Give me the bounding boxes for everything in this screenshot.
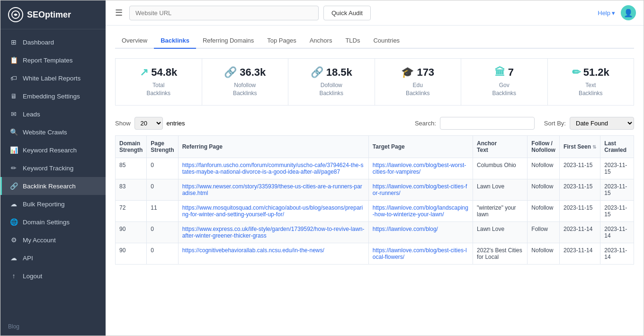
sidebar-item-keyword-tracking[interactable]: ✏Keyword Tracking	[0, 159, 106, 177]
sidebar-item-backlink-research[interactable]: 🔗Backlink Research	[0, 177, 106, 195]
tabs-container: OverviewBacklinksReferring DomainsTop Pa…	[115, 33, 634, 49]
nav-label-leads: Leads	[23, 111, 40, 118]
topbar-right: Help ▾ 👤	[598, 5, 636, 20]
cell-follow_nofollow: Nofollow	[528, 200, 560, 221]
user-avatar[interactable]: 👤	[621, 5, 636, 20]
tab-top-pages[interactable]: Top Pages	[260, 33, 303, 49]
cell-referring_page[interactable]: https://www.express.co.uk/life-style/gar…	[178, 221, 368, 243]
cell-last_crawled: 2023-11-15	[600, 179, 634, 200]
sidebar-footer: Blog	[0, 318, 106, 336]
stat-total-backlinks: ↗ 54.8k TotalBacklinks	[115, 58, 202, 106]
cell-last_crawled: 2023-11-14	[600, 221, 634, 243]
cell-target_page[interactable]: https://lawnlove.com/blog/	[368, 221, 473, 243]
link-target_page[interactable]: https://lawnlove.com/blog/best-cities-fo…	[373, 183, 467, 196]
nav-icon-my-account: ⚙	[9, 236, 18, 244]
link-referring_page[interactable]: https://cognitivebehaviorallab.cals.ncsu…	[182, 247, 324, 254]
sidebar-item-keyword-research[interactable]: 📊Keyword Research	[0, 141, 106, 159]
sidebar-item-domain-settings[interactable]: 🌐Domain Settings	[0, 213, 106, 231]
cell-page_strength: 11	[147, 200, 178, 221]
table-row: 7211https://www.mosquitosquad.com/chicag…	[116, 200, 634, 221]
col-header-referring-page: Referring Page	[178, 135, 368, 158]
stat-nofollow-backlinks: 🔗 36.3k NofollowBacklinks	[202, 58, 288, 106]
help-button[interactable]: Help ▾	[598, 9, 615, 17]
sidebar-item-api[interactable]: ☁API	[0, 249, 106, 267]
cell-anchor_text: Columbus Ohio	[473, 158, 528, 179]
cell-first_seen: 2023-11-14	[559, 243, 600, 264]
col-header-anchor-text: AnchorText	[473, 135, 528, 158]
stat-dofollow-backlinks: 🔗 18.5k DofollowBacklinks	[288, 58, 375, 106]
link-referring_page[interactable]: https://www.mosquitosquad.com/chicago/ab…	[182, 204, 363, 218]
filter-icon[interactable]: ⇅	[592, 144, 596, 150]
nav-icon-backlink-research: 🔗	[9, 182, 18, 190]
cell-page_strength: 0	[147, 221, 178, 243]
sortby-select[interactable]: Date FoundDomain StrengthPage StrengthFi…	[570, 117, 634, 130]
stat-value-gov-backlinks: 7	[508, 66, 514, 79]
nav-label-api: API	[23, 255, 33, 262]
tab-anchors[interactable]: Anchors	[303, 33, 339, 49]
stat-icon-gov-backlinks: 🏛	[495, 66, 505, 79]
cell-referring_page[interactable]: https://fanforum.uscho.com/forum/communi…	[178, 158, 368, 179]
link-referring_page[interactable]: https://fanforum.uscho.com/forum/communi…	[182, 162, 364, 175]
nav-icon-keyword-research: 📊	[9, 146, 18, 154]
hamburger-icon[interactable]: ☰	[113, 6, 125, 20]
sidebar-item-bulk-reporting[interactable]: ☁Bulk Reporting	[0, 195, 106, 213]
link-target_page[interactable]: https://lawnlove.com/blog/	[373, 226, 438, 232]
cell-follow_nofollow: Nofollow	[528, 243, 560, 264]
stat-edu-backlinks: 🎓 173 EduBacklinks	[375, 58, 461, 106]
cell-target_page[interactable]: https://lawnlove.com/blog/best-worst-cit…	[368, 158, 473, 179]
search-input[interactable]	[440, 117, 535, 130]
main-content: ☰ Quick Audit Help ▾ 👤 OverviewBacklinks…	[106, 0, 644, 336]
cell-referring_page[interactable]: https://www.mosquitosquad.com/chicago/ab…	[178, 200, 368, 221]
logo-text: SEOptimer	[27, 10, 71, 20]
nav-label-website-crawls: Website Crawls	[23, 129, 67, 136]
cell-target_page[interactable]: https://lawnlove.com/blog/best-cities-lo…	[368, 243, 473, 264]
sidebar-item-my-account[interactable]: ⚙My Account	[0, 231, 106, 249]
stat-icon-text-backlinks: ✏	[572, 66, 581, 79]
stat-icon-total-backlinks: ↗	[140, 66, 148, 79]
cell-target_page[interactable]: https://lawnlove.com/blog/best-cities-fo…	[368, 179, 473, 200]
cell-last_crawled: 2023-11-15	[600, 158, 634, 179]
chevron-down-icon: ▾	[612, 9, 615, 17]
cell-first_seen: 2023-11-14	[559, 221, 600, 243]
sidebar-item-dashboard[interactable]: ⊞Dashboard	[0, 33, 106, 51]
cell-page_strength: 0	[147, 158, 178, 179]
backlinks-table: DomainStrengthPageStrengthReferring Page…	[115, 135, 634, 265]
sidebar-item-leads[interactable]: ✉Leads	[0, 105, 106, 123]
cell-referring_page[interactable]: https://cognitivebehaviorallab.cals.ncsu…	[178, 243, 368, 264]
stat-label-text-backlinks: TextBacklinks	[552, 81, 630, 97]
link-target_page[interactable]: https://lawnlove.com/blog/landscaping-ho…	[373, 204, 468, 218]
cell-follow_nofollow: Follow	[528, 221, 560, 243]
col-header-first-seen: First Seen ⇅	[559, 135, 600, 158]
cell-target_page[interactable]: https://lawnlove.com/blog/landscaping-ho…	[368, 200, 473, 221]
tab-backlinks[interactable]: Backlinks	[154, 33, 196, 49]
nav-icon-website-crawls: 🔍	[9, 128, 18, 136]
sidebar-item-report-templates[interactable]: 📋Report Templates	[0, 51, 106, 69]
quick-audit-button[interactable]: Quick Audit	[323, 6, 371, 20]
nav-icon-leads: ✉	[9, 110, 18, 118]
url-input[interactable]	[129, 6, 319, 20]
nav-icon-api: ☁	[9, 254, 18, 262]
table-row: 900https://www.express.co.uk/life-style/…	[116, 221, 634, 243]
tab-tlds[interactable]: TLDs	[339, 33, 367, 49]
sidebar-item-embedding-settings[interactable]: 🖥Embedding Settings	[0, 87, 106, 105]
link-referring_page[interactable]: https://www.newser.com/story/335939/thes…	[182, 183, 362, 196]
content-area: OverviewBacklinksReferring DomainsTop Pa…	[106, 26, 644, 336]
nav-icon-logout: ↑	[9, 272, 18, 280]
sidebar-item-white-label-reports[interactable]: 🏷White Label Reports	[0, 69, 106, 87]
nav-label-dashboard: Dashboard	[23, 39, 54, 46]
cell-referring_page[interactable]: https://www.newser.com/story/335939/thes…	[178, 179, 368, 200]
entries-select[interactable]: 102050100	[134, 117, 163, 130]
tab-referring-domains[interactable]: Referring Domains	[196, 33, 260, 49]
sidebar-item-logout[interactable]: ↑Logout	[0, 267, 106, 285]
tab-countries[interactable]: Countries	[367, 33, 406, 49]
sidebar-item-website-crawls[interactable]: 🔍Website Crawls	[0, 123, 106, 141]
nav-label-domain-settings: Domain Settings	[23, 219, 70, 226]
nav-label-backlink-research: Backlink Research	[23, 183, 76, 190]
link-referring_page[interactable]: https://www.express.co.uk/life-style/gar…	[182, 226, 365, 239]
link-target_page[interactable]: https://lawnlove.com/blog/best-cities-lo…	[373, 247, 467, 260]
nav-icon-domain-settings: 🌐	[9, 218, 18, 226]
show-label: Show	[115, 120, 131, 127]
link-target_page[interactable]: https://lawnlove.com/blog/best-worst-cit…	[373, 162, 466, 175]
cell-anchor_text: "winterize" your lawn	[473, 200, 528, 221]
tab-overview[interactable]: Overview	[115, 33, 154, 49]
